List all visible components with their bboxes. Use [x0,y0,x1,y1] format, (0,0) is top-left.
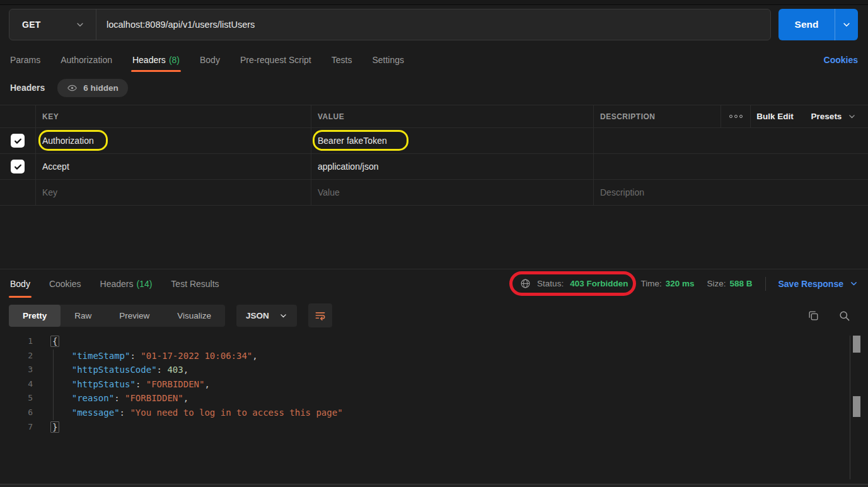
code-lines: 1{2 "timeStamp": "01-17-2022 10:06:34",3… [0,334,868,434]
more-options-icon[interactable] [720,105,750,127]
response-meta: Status: 403 Forbidden Time: 320 ms Size:… [520,269,858,298]
response-tab-body[interactable]: Body [10,269,30,298]
tab-pre-request-script[interactable]: Pre-request Script [240,48,311,72]
response-tabs: Body Cookies Headers (14) Test Results [10,269,219,298]
time-label: Time: [640,279,661,288]
request-url-row: GET localhost:8089/api/v1/users/listUser… [9,9,858,40]
presets-dropdown[interactable]: Presets [799,105,868,127]
headers-section-title: Headers [10,83,45,93]
minimap-marker[interactable] [853,396,860,417]
copy-icon[interactable] [807,310,819,322]
header-value-cell[interactable]: Bearer fakeToken [311,128,593,153]
method-label: GET [22,20,41,30]
scrollbar-thumb[interactable] [853,336,860,353]
tab-headers[interactable]: Headers (8) [132,48,180,72]
time-group: Time: 320 ms [640,279,694,288]
table-row-accept: Accept application/json [0,154,868,180]
response-header-row: Body Cookies Headers (14) Test Results S… [0,269,868,298]
url-bar: GET localhost:8089/api/v1/users/listUser… [9,9,771,40]
column-header-value: VALUE [311,105,593,127]
section-gap [0,206,868,269]
tab-params[interactable]: Params [10,48,40,72]
code-line: 2 "timeStamp": "01-17-2022 10:06:34", [0,349,868,363]
hidden-count-label: 6 hidden [83,83,119,93]
response-view-row: Pretty Raw Preview Visualize JSON [0,302,868,329]
new-key-input[interactable]: Key [35,180,311,205]
chevron-down-icon [850,279,858,288]
code-line: 1{ [0,334,868,349]
code-line: 5 "reason": "FORBIDDEN", [0,391,868,406]
bulk-edit-button[interactable]: Bulk Edit [750,105,799,127]
table-header-row: KEY VALUE DESCRIPTION Bulk Edit Presets [0,105,868,128]
size-group: Size: 588 B [707,279,752,288]
table-row-empty: Key Value Description [0,180,868,206]
header-key-cell[interactable]: Accept [35,154,311,179]
time-value: 320 ms [666,279,695,288]
postman-window: GET localhost:8089/api/v1/users/listUser… [0,0,868,487]
url-input[interactable]: localhost:8089/api/v1/users/listUsers [96,9,770,40]
headers-label-row: Headers 6 hidden [0,77,868,98]
code-line: 4 "httpStatus": "FORBIDDEN", [0,377,868,392]
column-header-description: DESCRIPTION [593,105,720,127]
cookies-link[interactable]: Cookies [824,48,858,72]
chevron-down-icon [279,312,287,320]
size-value: 588 B [729,279,752,288]
response-body-editor[interactable]: 1{2 "timeStamp": "01-17-2022 10:06:34",3… [0,334,868,487]
headers-table: KEY VALUE DESCRIPTION Bulk Edit Presets [0,105,868,206]
response-headers-count: (14) [136,279,152,289]
header-key-cell[interactable]: Authorization [35,128,311,153]
scrollbar-track [850,336,850,479]
status-label: Status: [537,279,564,288]
indent-guide [53,349,54,420]
headers-count: (8) [169,55,180,65]
status-value: 403 Forbidden [570,279,628,288]
chevron-down-icon [848,112,856,120]
header-description-cell[interactable] [593,154,868,179]
eye-icon [67,83,78,93]
tab-settings[interactable]: Settings [372,48,404,72]
code-line: 3 "httpStatusCode": 403, [0,363,868,377]
row-checkbox[interactable] [11,134,25,148]
header-description-cell[interactable] [593,128,868,153]
divider [765,277,766,291]
response-tab-cookies[interactable]: Cookies [49,269,81,298]
row-checkbox[interactable] [11,160,25,173]
globe-icon [520,278,531,289]
size-label: Size: [707,279,726,288]
format-dropdown[interactable]: JSON [236,305,297,327]
view-tab-raw[interactable]: Raw [61,305,105,327]
code-line: 7} [0,420,868,435]
request-tabs: Params Authorization Headers (8) Body Pr… [0,48,868,72]
new-value-input[interactable]: Value [311,180,593,205]
tab-authorization[interactable]: Authorization [61,48,112,72]
bottom-status-bar [0,484,868,487]
header-value-cell[interactable]: application/json [311,154,593,179]
select-all-cell [0,105,35,127]
response-tab-test-results[interactable]: Test Results [171,269,219,298]
method-selector[interactable]: GET [9,9,96,40]
view-mode-segmented-control: Pretty Raw Preview Visualize [9,305,225,327]
column-header-key: KEY [35,105,311,127]
tab-tests[interactable]: Tests [332,48,352,72]
window-top-strip [0,0,868,5]
new-description-input[interactable]: Description [593,180,868,205]
save-response-button[interactable]: Save Response [778,279,859,289]
status-group: Status: 403 Forbidden [520,278,628,289]
search-icon[interactable] [838,310,850,322]
wrap-lines-icon[interactable] [308,303,332,327]
send-button[interactable]: Send [778,9,858,40]
code-line: 6 "message": "You need to log in to acce… [0,406,868,420]
view-tab-visualize[interactable]: Visualize [163,305,225,327]
response-tab-headers[interactable]: Headers (14) [100,269,153,298]
chevron-down-icon [76,20,84,29]
view-tab-pretty[interactable]: Pretty [9,305,61,327]
send-options-chevron-icon[interactable] [835,9,858,40]
hidden-headers-toggle[interactable]: 6 hidden [57,79,128,97]
tab-body[interactable]: Body [200,48,220,72]
send-button-label[interactable]: Send [778,9,835,40]
table-row-authorization: Authorization Bearer fakeToken [0,128,868,154]
view-tab-preview[interactable]: Preview [105,305,163,327]
